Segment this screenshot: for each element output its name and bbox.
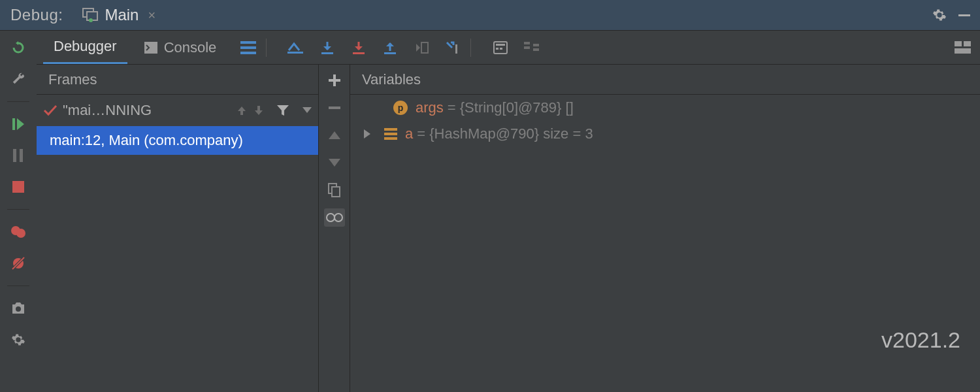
chevron-right-icon[interactable]	[363, 129, 376, 139]
duplicate-watch-icon[interactable]	[325, 181, 344, 199]
svg-rect-29	[524, 46, 530, 49]
move-down-icon[interactable]	[325, 154, 344, 172]
svg-rect-16	[240, 46, 256, 49]
pause-icon[interactable]	[7, 144, 30, 167]
svg-rect-21	[384, 52, 396, 54]
variable-row-args[interactable]: p args = {String[0]@789} []	[350, 95, 980, 121]
svg-rect-6	[20, 149, 23, 162]
variables-heading: Variables	[350, 65, 980, 95]
svg-rect-39	[329, 106, 340, 109]
svg-point-2	[89, 18, 93, 22]
run-config-tab[interactable]: Main ×	[82, 6, 155, 24]
console-icon	[144, 42, 157, 54]
svg-rect-45	[384, 133, 397, 135]
svg-point-13	[16, 306, 21, 312]
parameter-badge-icon: p	[393, 101, 408, 115]
svg-rect-3	[958, 14, 970, 16]
view-breakpoints-icon[interactable]	[7, 220, 30, 244]
svg-rect-4	[12, 118, 15, 130]
wrench-icon[interactable]	[7, 67, 30, 91]
window-stack-icon	[82, 8, 99, 22]
evaluate-expression-icon[interactable]	[491, 38, 510, 57]
run-config-label: Main	[105, 6, 139, 24]
frame-label: main:12, Main (com.company)	[50, 132, 243, 149]
svg-rect-28	[524, 42, 530, 44]
svg-rect-15	[240, 41, 256, 44]
rerun-icon[interactable]	[7, 36, 30, 59]
stop-icon[interactable]	[7, 175, 30, 199]
filter-icon[interactable]	[276, 105, 289, 116]
stack-frame-row[interactable]: main:12, Main (com.company)	[37, 126, 318, 155]
layout-settings-icon[interactable]	[951, 36, 975, 59]
svg-rect-19	[321, 52, 333, 54]
svg-rect-36	[257, 106, 260, 110]
step-into-icon[interactable]	[349, 38, 368, 57]
separator	[266, 39, 267, 57]
step-out-icon[interactable]	[380, 38, 400, 57]
variable-value: = {String[0]@789} []	[448, 99, 574, 116]
svg-rect-23	[455, 44, 457, 54]
panel-title: Debug:	[10, 6, 63, 24]
console-label: Console	[164, 39, 217, 56]
variable-row-a[interactable]: a = {HashMap@790} size = 3	[350, 121, 980, 147]
close-icon[interactable]: ×	[148, 8, 155, 23]
svg-rect-14	[144, 42, 157, 54]
svg-rect-17	[240, 52, 256, 54]
mute-breakpoints-icon[interactable]	[7, 252, 30, 275]
gear-icon[interactable]	[930, 6, 949, 24]
svg-rect-7	[12, 181, 24, 193]
debug-action-gutter	[0, 30, 37, 392]
svg-rect-27	[500, 48, 502, 50]
frames-panel: Frames "mai…NNING main:12, Main (com.com…	[37, 65, 319, 392]
tab-debugger[interactable]: Debugger	[43, 31, 127, 64]
variables-toolbar	[319, 65, 350, 392]
arrow-up-icon[interactable]	[236, 105, 248, 116]
minimize-icon[interactable]	[955, 6, 973, 24]
svg-rect-20	[353, 52, 365, 54]
svg-rect-22	[421, 42, 428, 53]
svg-point-42	[327, 214, 335, 221]
move-up-icon[interactable]	[325, 126, 344, 144]
version-label: v2021.2	[881, 327, 960, 353]
settings-gear-icon[interactable]	[7, 328, 30, 351]
svg-rect-41	[332, 187, 340, 197]
svg-rect-26	[496, 48, 498, 50]
variable-value: = {HashMap@790} size = 3	[417, 125, 593, 142]
threads-list-icon[interactable]	[238, 38, 258, 57]
svg-rect-34	[955, 48, 971, 54]
svg-rect-25	[496, 44, 505, 46]
svg-rect-31	[533, 48, 539, 51]
svg-rect-46	[384, 137, 397, 140]
svg-rect-38	[329, 79, 340, 82]
run-to-cursor-icon[interactable]	[443, 38, 463, 57]
tab-console[interactable]: Console	[134, 31, 227, 64]
svg-rect-35	[240, 110, 243, 115]
variable-name: a	[405, 125, 413, 142]
drop-frame-icon[interactable]	[412, 38, 431, 57]
show-watches-icon[interactable]	[324, 208, 345, 227]
trace-current-stream-chain-icon[interactable]	[522, 38, 542, 57]
arrow-down-icon[interactable]	[253, 105, 265, 116]
remove-watch-icon[interactable]	[325, 99, 344, 117]
svg-rect-33	[964, 41, 971, 46]
chevron-down-icon[interactable]	[302, 107, 312, 114]
new-watch-icon[interactable]	[325, 71, 344, 90]
svg-point-9	[16, 229, 25, 238]
thread-label: "mai…NNING	[63, 102, 152, 119]
thread-selector[interactable]: "mai…NNING	[37, 95, 318, 126]
frames-heading: Frames	[37, 65, 318, 95]
svg-rect-32	[955, 41, 962, 46]
separator	[470, 39, 471, 57]
resume-icon[interactable]	[7, 112, 30, 136]
debug-tabbar: Debugger Console	[37, 31, 980, 65]
svg-rect-44	[384, 128, 397, 131]
svg-point-43	[335, 214, 342, 221]
show-execution-point-icon[interactable]	[286, 38, 306, 57]
toolwindow-header: Debug: Main ×	[0, 0, 980, 30]
camera-icon[interactable]	[7, 297, 30, 320]
svg-rect-5	[13, 149, 16, 162]
variable-name: args	[416, 99, 444, 116]
svg-rect-18	[287, 52, 303, 54]
object-icon	[384, 128, 397, 140]
step-over-icon[interactable]	[318, 38, 337, 57]
